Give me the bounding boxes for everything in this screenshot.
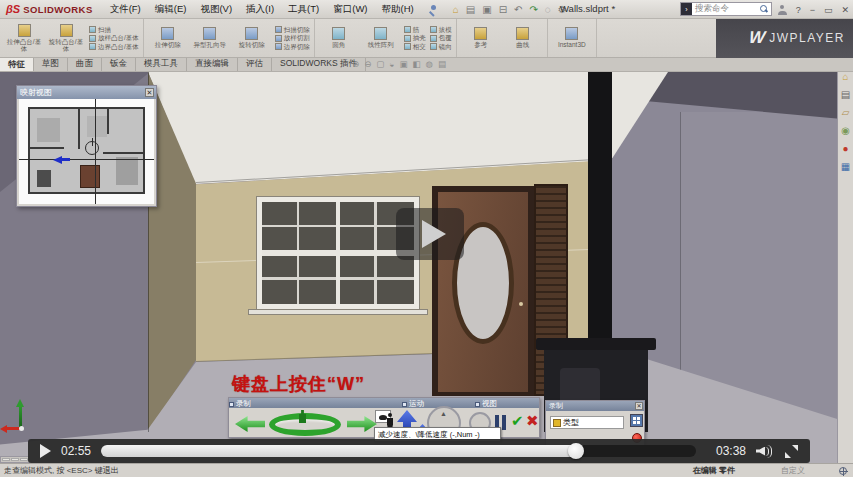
feature-icon — [89, 43, 96, 50]
volume-icon[interactable] — [756, 445, 773, 458]
cancel-button[interactable]: ✖ — [526, 412, 539, 430]
ribbon-button[interactable]: 放样切割 — [275, 34, 310, 41]
ribbon-button[interactable]: 包覆 — [430, 34, 452, 41]
ribbon-button[interactable]: 圆角 — [319, 27, 359, 48]
play-button[interactable] — [40, 444, 51, 458]
turn-right-button[interactable] — [347, 416, 377, 432]
minimize-button[interactable]: − — [810, 5, 815, 15]
ribbon-button[interactable]: 旋转凸台/基体 — [46, 24, 86, 53]
ribbon-button[interactable]: 参考 — [461, 27, 501, 48]
custom-properties-icon[interactable]: ▦ — [841, 162, 850, 172]
file-explorer-icon[interactable]: ▱ — [842, 108, 850, 118]
view-tool-icon[interactable]: ◧ — [412, 59, 420, 69]
ribbon-button[interactable]: 边界切除 — [275, 43, 310, 50]
restore-button[interactable]: ▭ — [824, 5, 833, 15]
minimap-floor-plan[interactable] — [19, 99, 154, 204]
record-type-field[interactable]: 类型 — [550, 416, 624, 429]
feature-icon — [275, 35, 282, 42]
ribbon-button[interactable]: 曲线 — [503, 27, 543, 48]
help-icon[interactable]: ? — [796, 5, 801, 15]
solidworks-logo-icon: βS — [6, 3, 20, 15]
ribbon-button[interactable]: 边界凸台/基体 — [89, 43, 139, 50]
search-box[interactable]: › 搜索命令 — [680, 2, 772, 16]
feature-icon — [245, 27, 258, 40]
scene-stove-top — [536, 338, 656, 350]
turn-left-button[interactable] — [235, 416, 265, 432]
ribbon-button[interactable]: 扫描 — [89, 26, 139, 33]
duration: 03:38 — [716, 444, 746, 458]
ribbon-button[interactable]: 线性阵列 — [361, 27, 401, 48]
ribbon-tab[interactable]: 曲面 — [68, 57, 102, 71]
feature-icon — [404, 35, 411, 42]
menu-item[interactable]: 窗口(W) — [326, 1, 374, 18]
viewport[interactable]: 映射视图 ✕ — [0, 72, 853, 463]
ribbon-button[interactable]: 拉伸凸台/基体 — [4, 24, 44, 53]
solidworks-resources-icon[interactable]: ⌂ — [842, 72, 848, 82]
window-controls: ? − ▭ ✕ — [778, 0, 849, 19]
ribbon-tab[interactable]: 评估 — [238, 57, 272, 71]
quick-access-icon[interactable]: ▣ — [482, 4, 491, 15]
seek-knob[interactable] — [568, 443, 584, 459]
menu-item[interactable]: 视图(V) — [193, 1, 239, 18]
ribbon-button[interactable]: 镜向 — [430, 43, 452, 50]
menu-item[interactable]: 插入(I) — [239, 1, 281, 18]
seek-bar[interactable] — [101, 445, 696, 457]
ribbon-tab[interactable]: 直接编辑 — [187, 57, 238, 71]
menu-item[interactable]: 帮助(H) — [375, 1, 421, 18]
quick-access-icon[interactable]: ⌂ — [453, 4, 459, 15]
view-tool-icon[interactable]: ◍ — [425, 59, 432, 69]
quick-access-icon[interactable]: ▤ — [466, 4, 475, 15]
menu-item[interactable]: 编辑(E) — [148, 1, 194, 18]
view-tool-icon[interactable]: ▤ — [438, 59, 446, 69]
floor-plan-room — [37, 118, 59, 143]
record-window-close-button[interactable]: ✕ — [635, 402, 643, 410]
quick-access-icon[interactable]: ↷ — [529, 4, 537, 15]
ribbon-tab[interactable]: 模具工具 — [136, 57, 187, 71]
ribbon-group-pattern: 圆角线性阵列 筋拔模抽壳包覆相交镜向 — [315, 19, 457, 57]
search-scope-icon[interactable]: › — [681, 3, 692, 15]
ribbon-button[interactable]: Instant3D — [552, 27, 592, 48]
minimap-close-button[interactable]: ✕ — [145, 88, 154, 97]
close-button[interactable]: ✕ — [841, 5, 849, 15]
menu-item[interactable]: 文件(F) — [103, 1, 148, 18]
play-overlay-button[interactable] — [396, 208, 464, 260]
pin-icon[interactable] — [429, 4, 439, 14]
ribbon-button[interactable]: 扫描切除 — [275, 26, 310, 33]
appearances-icon[interactable]: ● — [842, 144, 848, 154]
view-tool-icon[interactable]: ▢ — [376, 59, 384, 69]
accept-button[interactable]: ✔ — [511, 412, 524, 430]
ribbon-tab[interactable]: 钣金 — [102, 57, 136, 71]
feature-icon — [18, 24, 31, 37]
view-tool-icon[interactable]: ◒ — [389, 59, 394, 69]
status-custom-tab[interactable]: 自定义 — [781, 465, 805, 476]
ribbon-button[interactable]: 拔模 — [430, 26, 452, 33]
quick-access-icon[interactable]: ↶ — [514, 4, 522, 15]
fullscreen-icon[interactable] — [785, 445, 798, 458]
seek-bar-progress — [101, 445, 577, 457]
view-palette-icon[interactable]: ◉ — [841, 126, 850, 136]
login-icon[interactable] — [778, 5, 787, 15]
floor-plan-wall — [103, 152, 142, 154]
play-icon — [422, 220, 446, 248]
quick-access-icon[interactable]: ⊟ — [499, 4, 507, 15]
feature-icon — [374, 27, 387, 40]
view-tool-icon[interactable]: ⊕ — [352, 59, 359, 69]
ribbon-button[interactable]: 拉伸切除 — [148, 27, 188, 48]
layout-grid-button[interactable] — [630, 414, 643, 427]
ribbon-button[interactable]: 异型孔向导 — [190, 27, 230, 48]
ribbon-tab[interactable]: 草图 — [34, 57, 68, 71]
quick-access-icon[interactable]: ◌ — [545, 4, 551, 15]
tutorial-caption: 键盘上按住“W” — [232, 372, 365, 396]
design-library-icon[interactable]: ▤ — [841, 90, 850, 100]
view-tool-icon[interactable]: ▣ — [399, 59, 407, 69]
ribbon-button[interactable]: 放样凸台/基体 — [89, 34, 139, 41]
search-icon[interactable] — [759, 4, 769, 14]
ribbon-tab[interactable]: 特征 — [0, 57, 34, 71]
ribbon-button[interactable]: 抽壳 — [404, 34, 426, 41]
ribbon-button[interactable]: 相交 — [404, 43, 426, 50]
menu-item[interactable]: 工具(T) — [281, 1, 326, 18]
search-placeholder: 搜索命令 — [692, 3, 759, 15]
ribbon-button[interactable]: 筋 — [404, 26, 426, 33]
ribbon-button[interactable]: 旋转切除 — [232, 27, 272, 48]
view-tool-icon[interactable]: ⊖ — [364, 59, 371, 69]
